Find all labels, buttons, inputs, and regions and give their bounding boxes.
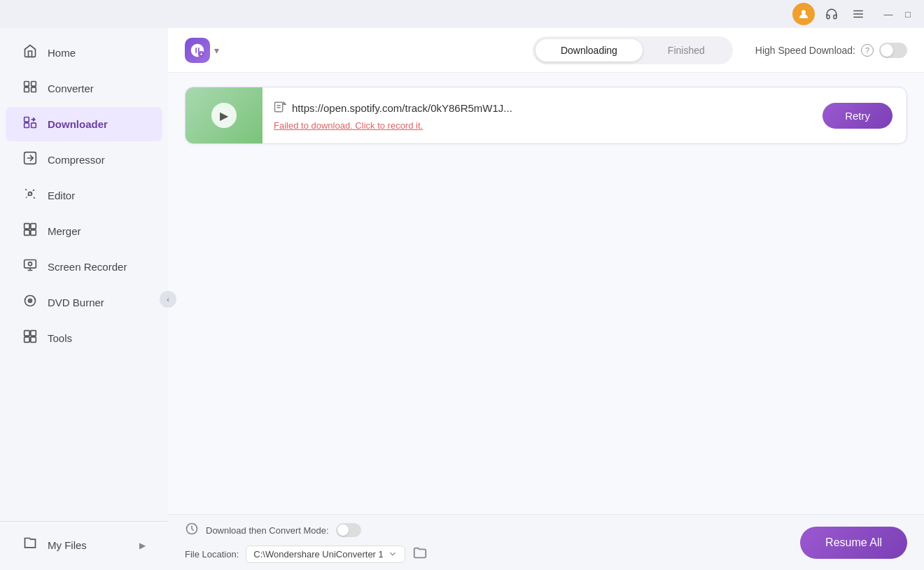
convert-mode-label: Download then Convert Mode: (206, 525, 329, 536)
svg-rect-4 (24, 82, 29, 87)
file-location-label: File Location: (185, 549, 239, 560)
svg-rect-17 (31, 230, 36, 236)
bottom-bar: Download then Convert Mode: File Locatio… (168, 514, 924, 570)
high-speed-toggle[interactable] (879, 43, 907, 58)
svg-rect-18 (24, 260, 36, 269)
svg-rect-25 (24, 337, 30, 343)
play-icon: ▶ (211, 103, 237, 128)
video-file-icon (274, 101, 286, 116)
convert-mode-toggle-knob (337, 525, 349, 536)
toggle-knob (881, 44, 893, 57)
downloader-header: + ▾ Downloading Finished High Speed Down… (168, 28, 924, 73)
svg-point-22 (29, 300, 31, 301)
card-info: https://open.spotify.com/track/0kY86R5mW… (262, 92, 808, 139)
svg-rect-15 (31, 224, 36, 229)
sidebar-item-my-files-label: My Files (48, 539, 87, 551)
sidebar-item-converter[interactable]: Converter (6, 71, 162, 106)
maximize-button[interactable]: □ (900, 6, 916, 22)
card-url: https://open.spotify.com/track/0kY86R5mW… (292, 102, 512, 114)
high-speed-label: High Speed Download: (755, 45, 855, 56)
sidebar-item-compressor[interactable]: Compressor (6, 143, 162, 177)
folder-browse-icon[interactable] (412, 545, 428, 564)
svg-rect-8 (24, 117, 29, 122)
file-location-select[interactable]: C:\Wondershare UniConverter 1 (246, 546, 405, 563)
svg-rect-7 (31, 87, 36, 92)
sidebar-item-compressor-label: Compressor (48, 154, 105, 166)
card-url-row: https://open.spotify.com/track/0kY86R5mW… (274, 101, 797, 116)
card-actions: Retry (808, 103, 906, 129)
file-path-value: C:\Wondershare UniConverter 1 (253, 549, 383, 560)
tab-downloading[interactable]: Downloading (536, 39, 643, 62)
compressor-icon (22, 151, 38, 169)
sidebar-item-screen-recorder[interactable]: Screen Recorder (6, 250, 162, 284)
merger-icon (22, 222, 38, 240)
sidebar: Home Converter (0, 28, 168, 570)
card-thumbnail: ▶ (186, 87, 262, 143)
svg-rect-9 (24, 123, 29, 128)
svg-rect-23 (24, 331, 30, 336)
svg-point-19 (29, 262, 32, 266)
main-content: + ▾ Downloading Finished High Speed Down… (168, 28, 924, 570)
headphone-icon[interactable] (822, 4, 841, 24)
convert-mode-toggle[interactable] (336, 523, 361, 537)
svg-rect-5 (31, 82, 36, 87)
clock-icon (185, 522, 199, 539)
svg-rect-14 (24, 224, 30, 229)
app-logo-icon: + (185, 38, 210, 63)
sidebar-item-merger[interactable]: Merger (6, 214, 162, 248)
downloader-icon (22, 115, 38, 133)
file-location-row: File Location: C:\Wondershare UniConvert… (185, 545, 428, 564)
sidebar-item-downloader-label: Downloader (48, 118, 108, 130)
editor-icon (22, 187, 38, 204)
sidebar-collapse-button[interactable]: ‹ (160, 291, 176, 308)
sidebar-item-tools-label: Tools (48, 332, 72, 344)
svg-rect-26 (31, 337, 36, 343)
sidebar-item-editor-label: Editor (48, 190, 75, 201)
tools-icon (22, 329, 38, 347)
svg-rect-6 (24, 87, 29, 92)
resume-all-button[interactable]: Resume All (800, 527, 907, 559)
card-error-message[interactable]: Failed to download. Click to record it. (274, 120, 797, 131)
sidebar-item-merger-label: Merger (48, 225, 81, 237)
sidebar-item-converter-label: Converter (48, 83, 94, 94)
download-list: ▶ https://open.spotify.com/track/0k (168, 73, 924, 514)
retry-button[interactable]: Retry (822, 103, 892, 129)
minimize-button[interactable]: — (881, 6, 896, 22)
sidebar-item-home-label: Home (48, 47, 76, 59)
home-icon (22, 44, 38, 62)
sidebar-item-home[interactable]: Home (6, 36, 162, 70)
high-speed-section: High Speed Download: ? (755, 43, 907, 58)
sidebar-item-my-files[interactable]: My Files ▶ (6, 528, 162, 562)
my-files-icon (22, 536, 38, 554)
tab-finished[interactable]: Finished (643, 39, 730, 62)
svg-marker-30 (284, 102, 286, 104)
sidebar-item-screen-recorder-label: Screen Recorder (48, 261, 127, 273)
sidebar-item-dvd-burner-label: DVD Burner (48, 297, 104, 308)
svg-rect-24 (31, 331, 36, 336)
converter-icon (22, 80, 38, 97)
download-card: ▶ https://open.spotify.com/track/0k (185, 87, 907, 144)
svg-rect-10 (31, 123, 36, 128)
menu-icon[interactable] (848, 4, 868, 24)
svg-line-13 (26, 190, 34, 198)
dvd-burner-icon (22, 294, 38, 311)
titlebar: — □ (0, 0, 924, 28)
user-avatar[interactable] (792, 3, 815, 25)
convert-mode-row: Download then Convert Mode: (185, 522, 428, 539)
logo-dropdown-icon[interactable]: ▾ (214, 45, 219, 56)
sidebar-item-tools[interactable]: Tools (6, 321, 162, 355)
my-files-arrow: ▶ (139, 541, 146, 550)
tab-switcher: Downloading Finished (533, 36, 733, 64)
sidebar-item-editor[interactable]: Editor (6, 178, 162, 213)
svg-text:+: + (200, 51, 202, 57)
svg-rect-16 (24, 230, 30, 236)
svg-point-0 (802, 10, 806, 15)
header-logo: + ▾ (185, 38, 219, 63)
sidebar-item-downloader[interactable]: Downloader (6, 107, 162, 141)
sidebar-item-dvd-burner[interactable]: DVD Burner (6, 285, 162, 320)
bottom-left-controls: Download then Convert Mode: File Locatio… (185, 522, 428, 564)
screen-recorder-icon (22, 258, 38, 276)
help-icon[interactable]: ? (861, 44, 874, 57)
